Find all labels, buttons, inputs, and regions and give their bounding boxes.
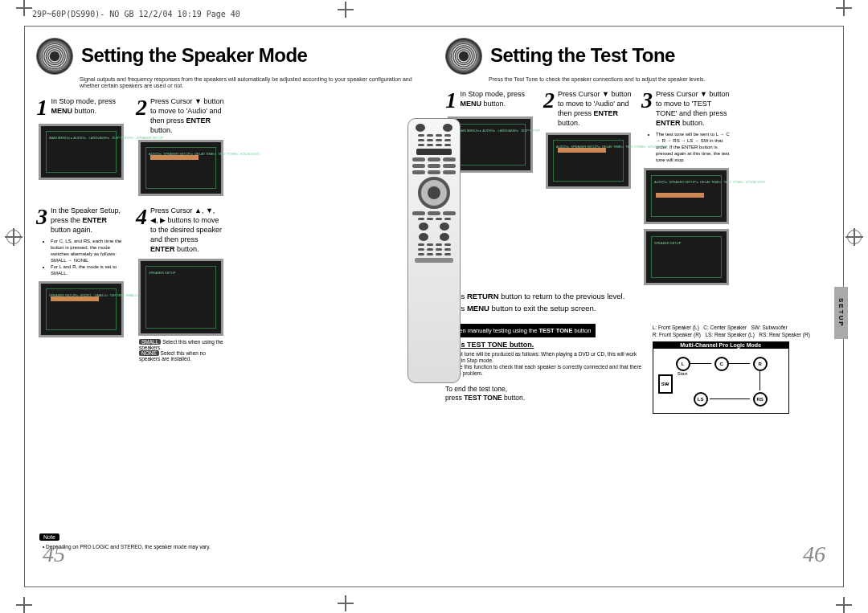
remote-button[interactable] (427, 243, 433, 246)
remote-button[interactable] (436, 139, 442, 141)
small-none-legend: SMALL Select this when using the speaker… (139, 339, 226, 362)
step-text: In Stop mode, press MENU button. (51, 96, 125, 119)
step-text: Press Cursor ▼ button to move to 'TEST T… (656, 89, 730, 128)
remote-button[interactable] (443, 170, 456, 174)
remote-button[interactable] (418, 218, 424, 220)
remote-display (416, 149, 452, 155)
speaker-legend: L: Front Speaker (L) C: Center Speaker S… (653, 324, 832, 338)
remote-button[interactable] (427, 253, 433, 255)
remote-button[interactable] (436, 144, 442, 146)
remote-button[interactable] (436, 253, 442, 255)
step-num: 1 (36, 96, 47, 119)
remote-button[interactable] (412, 157, 425, 161)
step-num: 2 (543, 89, 555, 128)
prologic-diagram: Multi-Channel Pro Logic Mode L C R LS RS… (653, 341, 789, 414)
setup-tab: SETUP (834, 287, 848, 339)
remote-button[interactable] (412, 164, 425, 168)
diagram-title: Multi-Channel Pro Logic Mode (653, 341, 789, 349)
remote-button[interactable] (444, 134, 451, 137)
remote-button[interactable] (428, 164, 440, 168)
test-tone-button[interactable] (444, 253, 451, 255)
remote-button[interactable] (418, 139, 424, 141)
channel-down-button[interactable] (440, 233, 449, 241)
menu-screenshot: MAIN MENU\n ▸ AUDIO\n LANGUAGE\n DISP SE… (39, 124, 124, 180)
remote-button[interactable] (418, 253, 424, 255)
page-number: 46 (803, 541, 825, 567)
step-text: In Stop mode, press MENU button. (460, 89, 534, 112)
remote-button[interactable] (436, 134, 442, 137)
remote-button[interactable] (418, 243, 424, 246)
speaker-cone-icon (445, 38, 482, 75)
remote-button[interactable] (444, 243, 451, 246)
subtitle-right: Press the Test Tone to check the speaker… (489, 76, 832, 83)
remote-button[interactable] (444, 218, 451, 220)
speaker-cone-icon (36, 38, 73, 75)
return-note: Press RETURN button to return to the pre… (445, 292, 832, 300)
step-3-left: 3 In the Speaker Setup, press the ENTER … (36, 206, 126, 362)
tt-end: To end the test tone,press TEST TONE but… (445, 385, 643, 403)
step-2-right: 2 Press Cursor ▼ button to move to 'Audi… (543, 89, 633, 285)
menu-screenshot: AUDIO\n SPEAKER SETUP\n DELAY TIME\n TES… (644, 168, 729, 224)
return-button[interactable] (428, 211, 440, 215)
remote-button[interactable] (427, 139, 433, 141)
remote-button[interactable] (418, 134, 424, 137)
remote-control (407, 118, 461, 383)
title-left: Setting the Speaker Mode (81, 44, 307, 67)
step-num: 1 (445, 89, 457, 112)
step-num: 3 (36, 206, 47, 235)
step-text: Press Cursor ▲, ▼, ◀, ▶ buttons to move … (150, 206, 224, 254)
step-num: 3 (641, 89, 653, 128)
remote-button[interactable] (427, 248, 433, 251)
enter-button[interactable] (428, 186, 440, 199)
page-number: 45 (43, 541, 65, 567)
remote-button[interactable] (412, 170, 425, 174)
remote-button[interactable] (428, 157, 440, 161)
power-button[interactable] (416, 124, 425, 132)
page-45: Setting the Speaker Mode Signal outputs … (36, 38, 428, 575)
remote-button[interactable] (418, 144, 424, 146)
step-text: Press Cursor ▼ button to move to 'Audio'… (150, 96, 224, 135)
open-close-button[interactable] (443, 124, 452, 132)
menu-screenshot: AUDIO\n SPEAKER SETUP\n DELAY TIME\n TES… (138, 140, 223, 196)
channel-up-button[interactable] (440, 223, 449, 231)
step-text: In the Speaker Setup, press the ENTER bu… (51, 206, 125, 235)
step-text: Press Cursor ▼ button to move to 'Audio'… (558, 89, 632, 128)
page-46: Setting the Test Tone Press the Test Ton… (440, 38, 832, 575)
remote-button[interactable] (443, 164, 456, 168)
remote-button[interactable] (436, 243, 442, 246)
step-bullets: For C, LS, and RS, each time the button … (43, 238, 126, 276)
print-header: 29P~60P(DS990)- NO GB 12/2/04 10:19 Page… (32, 10, 240, 18)
remote-button[interactable] (436, 248, 442, 251)
manual-page: Setting the Speaker Mode Signal outputs … (24, 26, 844, 587)
remote-button[interactable] (427, 134, 433, 137)
menu-screenshot: SPEAKER SETUP (644, 229, 729, 285)
remote-button[interactable] (443, 157, 456, 161)
menu-screenshot: AUDIO\n SPEAKER SETUP\n DELAY TIME\n TES… (546, 133, 631, 189)
step-num: 4 (136, 206, 147, 254)
menu-screenshot: SPEAKER SETUP\n FRONT : SMALL\n CENTER :… (39, 281, 124, 337)
manual-test-bar: When manually testing using the TEST TON… (445, 324, 596, 337)
remote-button[interactable] (444, 139, 451, 141)
title-right: Setting the Test Tone (490, 44, 675, 67)
exit-button[interactable] (443, 211, 456, 215)
heading-left: Setting the Speaker Mode (36, 38, 423, 75)
remote-button[interactable] (427, 144, 433, 146)
cursor-pad[interactable] (418, 177, 450, 209)
remote-button[interactable] (444, 248, 451, 251)
remote-brand-plate (415, 258, 453, 263)
volume-down-button[interactable] (419, 233, 428, 241)
heading-right: Setting the Test Tone (445, 38, 832, 75)
foot-note: • Depending on PRO LOGIC and STEREO, the… (43, 544, 424, 550)
remote-button[interactable] (418, 248, 424, 251)
subtitle-left: Signal outputs and frequency responses f… (80, 76, 423, 90)
volume-up-button[interactable] (419, 223, 428, 231)
remote-button[interactable] (444, 144, 451, 146)
test-tone-block: When manually testing using the TEST TON… (445, 324, 643, 403)
menu-button[interactable] (412, 211, 425, 215)
step-2-left: 2 Press Cursor ▼ button to move to 'Audi… (136, 96, 226, 196)
remote-button[interactable] (427, 218, 433, 220)
remote-button[interactable] (436, 218, 442, 220)
remote-button[interactable] (428, 170, 440, 174)
step-3-right: 3 Press Cursor ▼ button to move to 'TEST… (641, 89, 731, 285)
step-num: 2 (136, 96, 147, 135)
